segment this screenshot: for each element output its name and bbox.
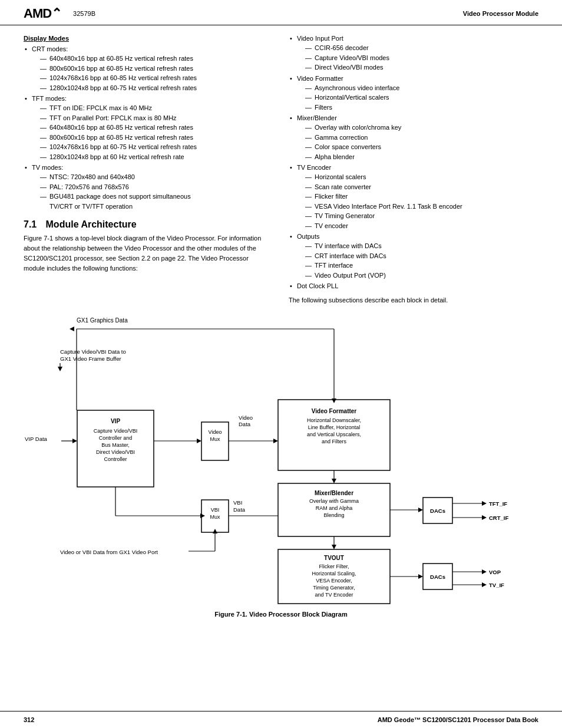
video-input-sub: CCIR-656 decoder Capture Video/VBI modes…: [303, 43, 538, 73]
tvout-body2: Horizontal Scaling,: [312, 571, 356, 577]
video-input-label: Video Input Port: [297, 35, 343, 42]
footer-page-number: 312: [24, 716, 34, 723]
mb-sub: Overlay with color/chroma key Gamma corr…: [303, 123, 538, 162]
tft-item-1: TFT on IDE: FPCLK max is 40 MHz: [38, 103, 271, 113]
vf-body4: and Filters: [322, 439, 347, 444]
display-modes-list: CRT modes: 640x480x16 bpp at 60-85 Hz ve…: [24, 45, 271, 211]
vf-title: Video Formatter: [312, 408, 357, 414]
mb-title: Mixer/Blender: [315, 490, 353, 496]
gx1-vbi-label: Video or VBI Data from GX1 Video Port: [60, 549, 158, 555]
tv-encoder-item: TV Encoder Horizontal scalers Scan rate …: [289, 164, 538, 230]
vip-title: VIP: [111, 418, 120, 424]
vf-sub: Asynchronous video interface Horizontal/…: [303, 83, 538, 113]
tvout-body3: VESA Encoder,: [316, 578, 352, 584]
section-title: Video Processor Module: [463, 10, 538, 17]
capture-label: Capture Video/VBI Data to: [60, 348, 126, 355]
tv-encoder-label: TV Encoder: [297, 164, 331, 171]
vip-body3: Bus Master,: [101, 442, 130, 448]
footer: 312 AMD Geode™ SC1200/SC1201 Processor D…: [0, 711, 562, 728]
vop-label: VOP: [489, 569, 501, 575]
section-7-1-body: Figure 7-1 shows a top-level block diagr…: [24, 233, 271, 274]
tft-item-3: 640x480x16 bpp at 60-85 Hz vertical refr…: [38, 123, 271, 133]
vip-body1: Capture Video/VBI: [94, 428, 137, 434]
outputs-item: Outputs TV interface with DACs CRT inter…: [289, 233, 538, 280]
video-mux-label2: Mux: [210, 436, 220, 442]
diagram-area: GX1 Graphics Data Capture Video/VBI Data…: [24, 317, 538, 618]
mb-item-1: Overlay with color/chroma key: [303, 123, 538, 133]
section-7-1-heading: 7.1 Module Architecture: [24, 219, 271, 230]
left-column: Display Modes CRT modes: 640x480x16 bpp …: [24, 35, 271, 305]
tv-modes-label: TV modes:: [32, 164, 63, 171]
mb-body1: Overlay with Gamma: [309, 498, 359, 504]
vf-item-3: Filters: [303, 103, 538, 113]
tve-item-1: Horizontal scalers: [303, 172, 538, 182]
section-heading-title: Module Architecture: [46, 219, 137, 229]
vi-item-2: Capture Video/VBI modes: [303, 53, 538, 63]
tft-if-label: TFT_IF: [489, 500, 507, 507]
dacs2-label: DACs: [430, 574, 445, 580]
svg-marker-5: [197, 439, 201, 443]
main-content: Display Modes CRT modes: 640x480x16 bpp …: [0, 25, 562, 305]
amd-logo: AMD⌃: [24, 6, 61, 21]
page: AMD⌃ 32579B Video Processor Module Displ…: [0, 0, 562, 728]
vi-item-3: Direct Video/VBI modes: [303, 62, 538, 73]
figure-caption: Figure 7-1. Video Processor Block Diagra…: [24, 611, 538, 618]
vf-item-1: Asynchronous video interface: [303, 83, 538, 93]
svg-marker-18: [332, 479, 336, 483]
svg-marker-3: [72, 439, 77, 443]
mixer-blender-item: Mixer/Blender Overlay with color/chroma …: [289, 114, 538, 162]
crt-modes-label: CRT modes:: [32, 45, 68, 52]
out-item-4: Video Output Port (VOP): [303, 271, 538, 281]
crt-modes-item: CRT modes: 640x480x16 bpp at 60-85 Hz ve…: [24, 45, 271, 93]
vip-body4: Direct Video/VBI: [96, 449, 135, 455]
tft-item-4: 800x600x16 bpp at 60-85 Hz vertical refr…: [38, 133, 271, 143]
tft-item-5: 1024x768x16 bpp at 60-75 Hz vertical ref…: [38, 142, 271, 152]
following-text: The following subsections describe each …: [289, 295, 538, 305]
crt-sub-list: 640x480x16 bpp at 60-85 Hz vertical refr…: [38, 54, 271, 93]
footer-text: AMD Geode™ SC1200/SC1201 Processor Data …: [378, 716, 538, 723]
header: AMD⌃ 32579B Video Processor Module: [0, 0, 562, 25]
tft-item-2: TFT on Parallel Port: FPCLK max is 80 MH…: [38, 113, 271, 123]
svg-marker-20: [418, 508, 423, 512]
svg-marker-34: [70, 327, 74, 331]
crt-item-2: 800x600x16 bpp at 60-85 Hz vertical refr…: [38, 64, 271, 74]
vf-body2: Line Buffer, Horizontal: [308, 424, 360, 430]
out-sub: TV interface with DACs CRT interface wit…: [303, 241, 538, 280]
mixer-blender-label: Mixer/Blender: [297, 114, 337, 121]
svg-marker-7: [273, 439, 278, 443]
svg-marker-1: [58, 367, 62, 371]
tve-sub: Horizontal scalers Scan rate converter F…: [303, 172, 538, 230]
out-item-3: TFT interface: [303, 261, 538, 271]
mb-item-2: Gamma correction: [303, 133, 538, 143]
display-modes-title: Display Modes: [24, 35, 271, 42]
amd-arrow: ⌃: [51, 6, 61, 21]
tft-sub-list: TFT on IDE: FPCLK max is 40 MHz TFT on P…: [38, 103, 271, 162]
mb-body3: Blending: [323, 512, 344, 518]
vip-body5: Controller: [104, 456, 127, 462]
vf-item-2: Horizontal/Vertical scalers: [303, 93, 538, 103]
vbi-data-label2: Data: [233, 506, 246, 513]
right-col-list: Video Input Port CCIR-656 decoder Captur…: [289, 35, 538, 289]
tv-sub-list: NTSC: 720x480 and 640x480 PAL: 720x576 a…: [38, 172, 271, 211]
vip-body2: Controller and: [99, 435, 133, 441]
vbi-mux-label2: Mux: [210, 514, 220, 520]
tve-item-5: TV Timing Generator: [303, 211, 538, 221]
crt-item-1: 640x480x16 bpp at 60-85 Hz vertical refr…: [38, 54, 271, 64]
vip-data-label: VIP Data: [25, 436, 48, 442]
svg-marker-30: [482, 569, 487, 574]
tft-item-6: 1280x1024x8 bpp at 60 Hz vertical refres…: [38, 152, 271, 162]
svg-marker-28: [418, 574, 423, 579]
header-left: AMD⌃ 32579B: [24, 6, 95, 21]
gx1-label: GX1 Graphics Data: [77, 317, 128, 324]
tvout-body5: and TV Encoder: [315, 592, 353, 598]
tve-item-4: VESA Video Interface Port Rev. 1.1 Task …: [303, 202, 538, 212]
right-column: Video Input Port CCIR-656 decoder Captur…: [289, 35, 538, 305]
tvout-title: TVOUT: [324, 555, 344, 561]
vbi-mux-label1: VBI: [211, 507, 220, 513]
crt-item-4: 1280x1024x8 bpp at 60-75 Hz vertical ref…: [38, 83, 271, 93]
video-input-item: Video Input Port CCIR-656 decoder Captur…: [289, 35, 538, 73]
svg-marker-26: [332, 545, 336, 549]
video-mux-label1: Video: [209, 429, 222, 435]
crt-if-label: CRT_IF: [489, 515, 508, 521]
video-data-label2: Data: [239, 421, 251, 427]
